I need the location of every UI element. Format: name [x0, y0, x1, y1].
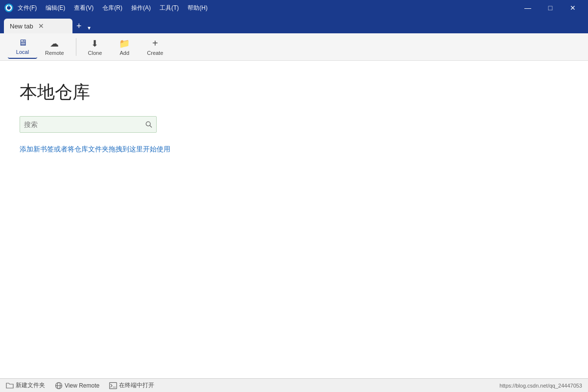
view-remote-label: View Remote: [65, 382, 99, 389]
toolbar-remote[interactable]: ☁ Remote: [37, 35, 72, 59]
tab-close-button[interactable]: ✕: [37, 22, 45, 30]
app-logo: [4, 3, 14, 13]
title-bar: 文件(F) 编辑(E) 查看(V) 仓库(R) 操作(A) 工具(T) 帮助(H…: [0, 0, 588, 16]
menu-edit[interactable]: 编辑(E): [42, 2, 69, 14]
menu-view[interactable]: 查看(V): [70, 2, 97, 14]
view-remote-button[interactable]: View Remote: [55, 382, 99, 390]
remote-label: Remote: [45, 50, 64, 56]
search-button[interactable]: [145, 121, 152, 128]
terminal-icon: [109, 382, 117, 389]
clone-icon: ⬇: [91, 38, 98, 49]
clone-label: Clone: [88, 50, 102, 56]
globe-icon: [55, 382, 63, 390]
toolbar: 🖥 Local ☁ Remote ⬇ Clone 📁 Add + Create: [0, 33, 588, 61]
status-bar: 新建文件夹 View Remote 在终端中打开 https://blog.cs…: [0, 378, 588, 392]
maximize-button[interactable]: □: [539, 0, 562, 16]
tab-dropdown-button[interactable]: ▾: [86, 23, 93, 33]
toolbar-clone[interactable]: ⬇ Clone: [80, 35, 110, 59]
create-icon: +: [152, 38, 158, 49]
local-icon: 🖥: [18, 38, 27, 48]
main-content: 本地仓库 添加新书签或者将仓库文件夹拖拽到这里开始使用: [0, 61, 588, 378]
tab-bar: New tab ✕ + ▾: [0, 16, 588, 33]
remote-icon: ☁: [50, 38, 59, 49]
search-icon: [145, 121, 152, 128]
menu-action[interactable]: 操作(A): [127, 2, 155, 14]
svg-line-5: [150, 125, 152, 127]
add-repo-link[interactable]: 添加新书签或者将仓库文件夹拖拽到这里开始使用: [20, 145, 170, 153]
local-label: Local: [16, 49, 29, 55]
search-input[interactable]: [24, 121, 145, 128]
menu-file[interactable]: 文件(F): [14, 2, 41, 14]
toolbar-divider: [76, 38, 76, 56]
create-label: Create: [147, 50, 163, 56]
open-terminal-label: 在终端中打开: [119, 381, 154, 390]
svg-point-3: [8, 5, 10, 7]
toolbar-local[interactable]: 🖥 Local: [8, 35, 37, 59]
minimize-button[interactable]: —: [517, 0, 539, 16]
add-label: Add: [119, 50, 129, 56]
toolbar-create[interactable]: + Create: [139, 35, 171, 59]
toolbar-add[interactable]: 📁 Add: [110, 35, 139, 59]
add-icon: 📁: [119, 38, 130, 49]
new-folder-label: 新建文件夹: [16, 381, 45, 390]
window-controls: — □ ✕: [517, 0, 584, 16]
tab-new-tab[interactable]: New tab ✕: [4, 19, 72, 33]
menu-repo[interactable]: 仓库(R): [98, 2, 126, 14]
open-terminal-button[interactable]: 在终端中打开: [109, 381, 154, 390]
folder-icon: [6, 382, 14, 389]
search-box[interactable]: [20, 116, 157, 133]
page-title: 本地仓库: [20, 80, 568, 104]
close-button[interactable]: ✕: [562, 0, 584, 16]
menu-help[interactable]: 帮助(H): [184, 2, 212, 14]
menu-tools[interactable]: 工具(T): [156, 2, 183, 14]
new-folder-button[interactable]: 新建文件夹: [6, 381, 45, 390]
new-tab-button[interactable]: +: [72, 19, 86, 33]
tab-label: New tab: [10, 23, 33, 30]
svg-rect-9: [110, 382, 117, 389]
menu-bar: 文件(F) 编辑(E) 查看(V) 仓库(R) 操作(A) 工具(T) 帮助(H…: [14, 2, 212, 14]
status-url: https://blog.csdn.net/qq_24447053: [499, 383, 582, 389]
